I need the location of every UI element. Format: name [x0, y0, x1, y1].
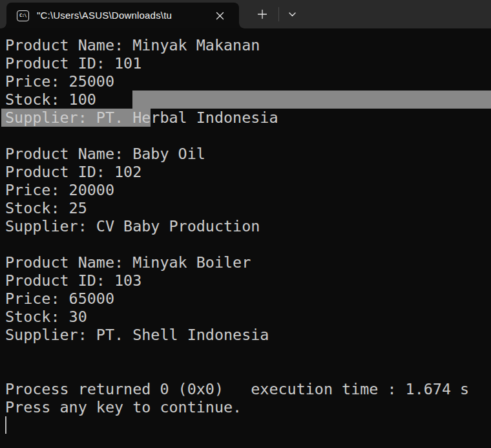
new-tab-button[interactable]	[253, 5, 271, 23]
terminal-output[interactable]: Product Name: Minyak Makanan Product ID:…	[0, 28, 491, 448]
terminal-line: Supplier: PT. Shell Indonesia	[5, 326, 486, 344]
terminal-line: Price: 20000	[5, 181, 486, 199]
terminal-tab[interactable]: C:\ "C:\Users\ASUS\Downloads\tu	[6, 3, 239, 28]
terminal-line: Product Name: Baby Oil	[5, 145, 486, 163]
terminal-line	[5, 416, 486, 434]
terminal-line: Price: 25000	[5, 72, 486, 91]
terminal-line	[5, 344, 486, 362]
terminal-line: Stock: 25	[5, 199, 486, 217]
terminal-line	[5, 362, 486, 380]
text-cursor	[5, 416, 6, 434]
chevron-down-icon	[289, 12, 296, 17]
terminal-line	[5, 235, 486, 253]
plus-icon	[257, 9, 267, 19]
terminal-line: Price: 65000	[5, 290, 486, 308]
tab-title: "C:\Users\ASUS\Downloads\tu	[37, 9, 192, 22]
terminal-line	[5, 127, 486, 145]
terminal-line: Product ID: 103	[5, 272, 486, 290]
terminal-line: Product ID: 102	[5, 163, 486, 181]
terminal-line: Product Name: Minyak Boiler	[5, 253, 486, 272]
terminal-line: Product Name: Minyak Makanan	[5, 36, 486, 54]
titlebar: C:\ "C:\Users\ASUS\Downloads\tu	[0, 0, 491, 28]
terminal-line: Stock: 100	[5, 91, 486, 109]
terminal-line: Press any key to continue.	[5, 398, 486, 416]
tab-dropdown-button[interactable]	[283, 5, 301, 23]
close-icon	[216, 12, 224, 20]
tabbar-divider	[278, 7, 279, 21]
terminal-line: Supplier: CV Baby Production	[5, 217, 486, 235]
cmd-icon: C:\	[17, 10, 29, 21]
terminal-line: Product ID: 101	[5, 54, 486, 72]
terminal-line: Process returned 0 (0x0) execution time …	[5, 380, 486, 398]
close-tab-button[interactable]	[211, 6, 229, 25]
terminal-line: Stock: 30	[5, 308, 486, 326]
terminal-line: Supplier: PT. Herbal Indonesia	[5, 109, 486, 127]
